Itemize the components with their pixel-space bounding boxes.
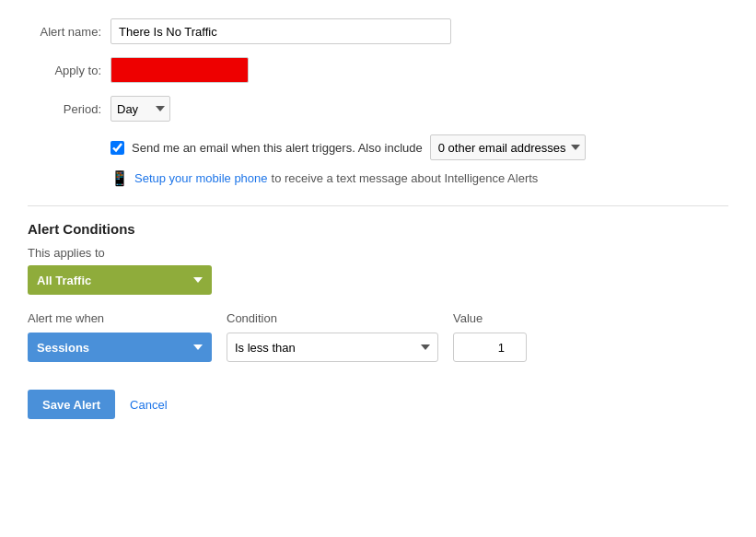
button-row: Save Alert Cancel <box>28 390 728 419</box>
mobile-row: 📱 Setup your mobile phone to receive a t… <box>110 169 728 187</box>
value-group: Value <box>453 311 527 362</box>
email-row: Send me an email when this alert trigger… <box>110 134 728 160</box>
alert-me-when-group: Alert me when Sessions Users Pageviews B… <box>28 311 212 362</box>
applies-to-dropdown[interactable]: All Traffic Organic Traffic Direct Traff… <box>28 265 212 295</box>
cancel-link[interactable]: Cancel <box>130 398 167 412</box>
condition-row: Alert me when Sessions Users Pageviews B… <box>28 311 728 362</box>
alert-name-label: Alert name: <box>28 25 110 39</box>
alert-name-input[interactable] <box>110 18 451 44</box>
apply-to-row: Apply to: <box>28 57 728 83</box>
email-checkbox-label: Send me an email when this alert trigger… <box>110 141 423 155</box>
period-row: Period: Day Week Month <box>28 96 728 122</box>
condition-dropdown[interactable]: Is less than Is greater than Is equal to… <box>227 333 438 362</box>
email-checkbox[interactable] <box>110 141 124 155</box>
period-label: Period: <box>28 102 110 116</box>
apply-to-label: Apply to: <box>28 64 110 77</box>
alert-name-row: Alert name: <box>28 18 728 44</box>
alert-conditions-section: Alert Conditions This applies to All Tra… <box>28 221 728 362</box>
period-select[interactable]: Day Week Month <box>110 96 170 122</box>
value-input[interactable] <box>453 333 527 362</box>
mobile-icon: 📱 <box>110 169 129 187</box>
applies-to-label: This applies to <box>28 246 728 260</box>
email-dropdown[interactable]: 0 other email addresses 1 other email ad… <box>430 134 586 160</box>
value-label: Value <box>453 311 527 325</box>
email-label-text: Send me an email when this alert trigger… <box>132 141 423 155</box>
apply-to-selector[interactable] <box>110 57 249 83</box>
alert-me-when-label: Alert me when <box>28 311 212 325</box>
section-divider <box>28 205 728 206</box>
condition-label: Condition <box>227 311 438 325</box>
save-button[interactable]: Save Alert <box>28 390 115 419</box>
mobile-suffix: to receive a text message about Intellig… <box>272 171 539 185</box>
section-title: Alert Conditions <box>28 221 728 237</box>
condition-group: Condition Is less than Is greater than I… <box>227 311 438 362</box>
mobile-setup-link[interactable]: Setup your mobile phone <box>134 171 268 185</box>
alert-me-when-dropdown[interactable]: Sessions Users Pageviews Bounce Rate <box>28 333 212 362</box>
